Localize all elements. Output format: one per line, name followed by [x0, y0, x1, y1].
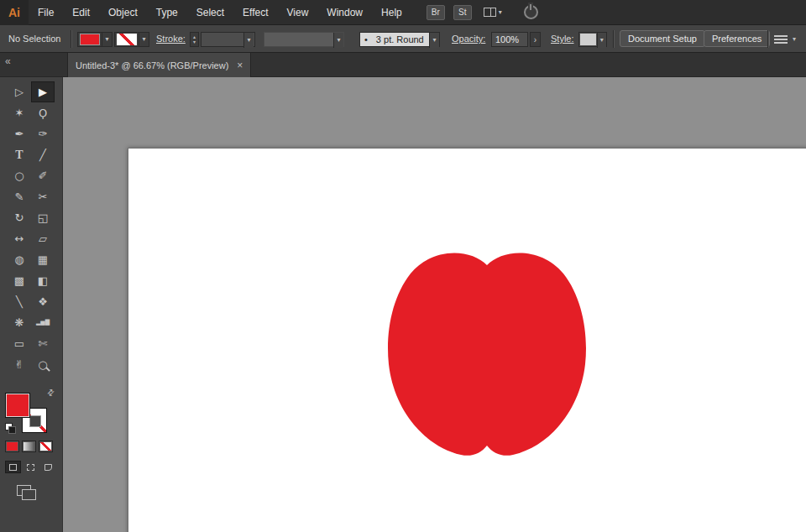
brush-definition-dropdown[interactable]: • 3 pt. Round ▾ — [359, 32, 440, 47]
zoom-tool[interactable]: ○ — [31, 354, 55, 375]
gradient-tool[interactable]: ◧ — [31, 270, 55, 291]
menu-help[interactable]: Help — [372, 0, 411, 25]
drawing-mode-buttons — [5, 461, 56, 473]
width-icon: ↔ — [15, 233, 24, 244]
fill-color-dropdown[interactable]: ▾ — [77, 32, 113, 47]
style-swatch — [580, 34, 596, 45]
menu-effect[interactable]: Effect — [233, 0, 277, 25]
menu-object[interactable]: Object — [99, 0, 147, 25]
pencil-tool[interactable]: ✎ — [8, 186, 31, 207]
shape-builder-tool[interactable]: ◍ — [8, 249, 31, 270]
opacity-input[interactable] — [492, 33, 526, 46]
line-segment-tool[interactable]: ╱ — [31, 144, 55, 165]
width-profile-preview — [264, 33, 333, 46]
none-button[interactable] — [39, 441, 53, 452]
chevron-down-icon[interactable]: ▾ — [793, 35, 796, 43]
column-graph-tool[interactable]: ▂▅▇ — [31, 312, 55, 333]
menu-select[interactable]: Select — [187, 0, 233, 25]
line-segment-icon: ╱ — [39, 149, 46, 160]
draw-inside-button[interactable] — [40, 461, 56, 473]
stroke-none-swatch — [117, 34, 137, 45]
free-transform-tool[interactable]: ▱ — [31, 228, 55, 249]
apple-shape[interactable] — [388, 253, 586, 455]
stroke-weight-combobox[interactable]: ▾ — [201, 32, 255, 47]
opacity-panel-link[interactable]: Opacity: — [452, 34, 485, 44]
opacity-more-button[interactable]: › — [530, 32, 541, 47]
type-icon: T — [15, 149, 23, 161]
eyedropper-icon: ╲ — [16, 296, 23, 307]
mesh-tool[interactable]: ▩ — [8, 270, 31, 291]
mesh-icon: ▩ — [14, 275, 24, 286]
perspective-grid-tool[interactable]: ▦ — [31, 249, 55, 270]
selection-icon: ▶ — [39, 86, 47, 97]
hand-tool[interactable]: ✌ — [8, 354, 31, 375]
chevron-down-icon: ▾ — [102, 32, 112, 47]
menu-edit[interactable]: Edit — [63, 0, 99, 25]
selection-tool[interactable]: ▶ — [31, 81, 55, 102]
opacity-field[interactable] — [491, 32, 528, 47]
menu-window[interactable]: Window — [317, 0, 372, 25]
canvas-pasteboard[interactable] — [63, 77, 806, 532]
ellipse-tool[interactable]: ○ — [8, 165, 31, 186]
power-icon[interactable] — [524, 5, 538, 19]
bridge-button[interactable]: Br — [427, 5, 445, 20]
rotate-tool[interactable]: ↻ — [8, 207, 31, 228]
gradient-icon: ◧ — [38, 275, 48, 286]
default-fill-stroke-icon[interactable] — [5, 423, 16, 434]
fill-stroke-widget: ⇄ — [5, 388, 57, 436]
document-setup-button[interactable]: Document Setup — [620, 30, 705, 47]
swap-fill-stroke-icon[interactable]: ⇄ — [44, 387, 56, 399]
pen-tool[interactable]: ✒ — [8, 123, 31, 144]
type-tool[interactable]: T — [8, 144, 31, 165]
style-panel-link[interactable]: Style: — [551, 34, 574, 44]
gradient-button[interactable] — [22, 441, 36, 452]
control-bar: No Selection ▾ ▾ Stroke: ▴ ▾ ▾ ▾ • 3 pt.… — [0, 25, 806, 53]
lasso-icon: Ϙ — [39, 107, 47, 118]
stock-button[interactable]: St — [453, 5, 472, 20]
width-tool[interactable]: ↔ — [8, 228, 31, 249]
scale-tool[interactable]: ◱ — [31, 207, 55, 228]
paintbrush-tool[interactable]: ✐ — [31, 165, 55, 186]
chevron-down-icon: ▾ — [499, 9, 502, 16]
menu-view[interactable]: View — [278, 0, 318, 25]
document-tab[interactable]: Untitled-3* @ 66.67% (RGB/Preview) × — [67, 53, 251, 77]
screen-mode-button[interactable] — [17, 485, 35, 498]
divider — [613, 30, 614, 48]
magic-wand-tool[interactable]: ✶ — [8, 102, 31, 123]
divider — [767, 30, 768, 48]
align-panel-icon[interactable] — [774, 35, 788, 37]
eyedropper-tool[interactable]: ╲ — [8, 291, 31, 312]
scissors-icon: ✂ — [39, 191, 48, 202]
stroke-weight-input[interactable] — [202, 33, 243, 46]
color-button[interactable] — [5, 441, 19, 452]
scissors-tool[interactable]: ✂ — [31, 186, 55, 207]
stroke-panel-link[interactable]: Stroke: — [156, 34, 186, 44]
collapse-panel-icon[interactable]: « — [5, 55, 11, 67]
workspace-switcher-button[interactable]: ▾ — [484, 8, 502, 17]
menu-type[interactable]: Type — [147, 0, 187, 25]
curvature-tool[interactable]: ✑ — [31, 123, 55, 144]
slice-tool[interactable]: ✄ — [31, 333, 55, 354]
more-arrow-icon: › — [534, 35, 536, 44]
lasso-tool[interactable]: Ϙ — [31, 102, 55, 123]
apple-shape-svg — [384, 245, 590, 458]
symbol-sprayer-tool[interactable]: ❋ — [8, 312, 31, 333]
draw-inside-icon — [44, 464, 52, 471]
menu-file[interactable]: File — [29, 0, 63, 25]
stroke-weight-stepper[interactable]: ▴ ▾ — [190, 32, 199, 47]
preferences-button[interactable]: Preferences — [704, 30, 770, 47]
workspace-layout-icon — [484, 8, 496, 17]
graphic-style-dropdown[interactable]: ▾ — [578, 32, 607, 47]
blend-tool[interactable]: ❖ — [31, 291, 55, 312]
pen-icon: ✒ — [15, 128, 24, 139]
direct-selection-tool[interactable]: ▷ — [8, 81, 31, 102]
draw-behind-button[interactable] — [23, 461, 39, 473]
artboard-tool[interactable]: ▭ — [8, 333, 31, 354]
zoom-icon: ○ — [38, 359, 47, 370]
variable-width-profile-dropdown[interactable]: ▾ — [264, 32, 344, 47]
close-tab-icon[interactable]: × — [237, 60, 243, 71]
stroke-color-dropdown[interactable]: ▾ — [114, 32, 149, 47]
fill-swatch[interactable] — [5, 393, 30, 418]
draw-normal-button[interactable] — [5, 461, 21, 473]
document-tab-title: Untitled-3* @ 66.67% (RGB/Preview) — [76, 60, 228, 70]
